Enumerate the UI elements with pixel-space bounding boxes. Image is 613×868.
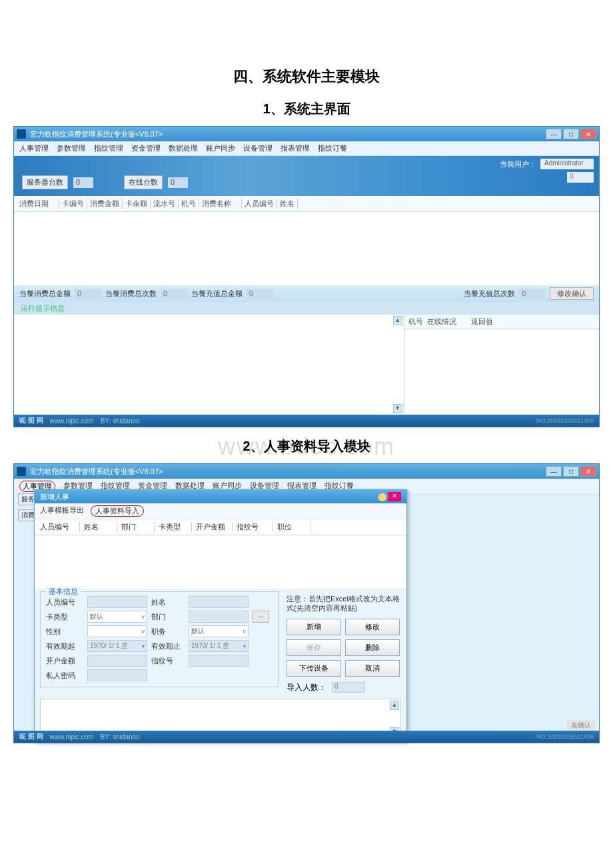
dialog-toolbar: 人事模板导出 人事资料导入 <box>35 503 406 519</box>
footer-logo: 昵 图 网 <box>19 416 43 425</box>
sum-label: 当餐消费总次数 <box>105 289 157 299</box>
heading-1: 四、系统软件主要模块 <box>13 67 600 87</box>
job-label: 职务 <box>151 627 185 637</box>
col: 部门 <box>121 522 155 532</box>
pwd-input[interactable] <box>87 669 147 681</box>
maximize-button[interactable]: □ <box>563 466 579 477</box>
gender-label: 性别 <box>46 627 83 637</box>
device-panel: 机号 在线情况 返回值 <box>404 315 599 415</box>
empno-label: 人员编号 <box>46 597 83 607</box>
menu-item[interactable]: 设备管理 <box>243 143 273 153</box>
heading-2a: 1、系统主界面 <box>13 100 600 118</box>
menu-item[interactable]: 数据处理 <box>169 143 198 153</box>
footer-author: BY: shidanoo <box>101 417 140 425</box>
gender-select[interactable] <box>87 625 147 637</box>
delete-button[interactable]: 删除 <box>345 639 400 656</box>
menu-item[interactable]: 资金管理 <box>131 143 161 153</box>
footer: 昵 图 网 www.nipic.com BY: shidanoo NO.2033… <box>14 731 599 743</box>
valid-from-label: 有效期起 <box>46 641 83 651</box>
sum-value: 0 <box>519 289 546 299</box>
valid-from-date[interactable]: 1970/ 1/ 1 星 <box>87 640 147 652</box>
pwd-label: 私人密码 <box>46 671 83 681</box>
valid-to-date[interactable]: 1970/ 1/ 1 星 <box>189 640 249 652</box>
footer-author: BY: shidanoo <box>101 733 140 741</box>
scroll-up-icon[interactable]: ▲ <box>390 701 399 710</box>
finger-label: 指纹号 <box>151 656 185 666</box>
close-button[interactable]: ✕ <box>580 129 596 139</box>
partial-confirm-button[interactable]: 改确认 <box>567 720 595 731</box>
minimize-button[interactable]: — <box>546 466 562 477</box>
menu-item[interactable]: 账户同步 <box>206 143 235 153</box>
col: 姓名 <box>280 199 298 209</box>
footer-id: NO.20333209911406 <box>536 417 594 424</box>
menu-item[interactable]: 人事管理 <box>19 143 49 153</box>
grid-header: 消费日期 卡编号 消费金额 卡余额 流水号 机号 消费名称 人员编号 姓名 <box>14 196 599 212</box>
amount-label: 开户金额 <box>46 656 83 666</box>
amount-input[interactable] <box>87 655 147 667</box>
name-input[interactable] <box>189 596 249 608</box>
scroll-up-icon[interactable]: ▲ <box>393 316 402 325</box>
online-count-label: 在线台数 <box>124 175 163 189</box>
sum-value: 0 <box>75 289 101 299</box>
col: 消费金额 <box>90 199 123 209</box>
cardtype-label: 卡类型 <box>46 612 83 622</box>
basic-info-fieldset: 基本信息 人员编号 姓名 卡类型 默认 部门 ... 性别 <box>40 591 279 687</box>
sum-label: 当餐消费总金额 <box>19 289 71 299</box>
footer-url: www.nipic.com <box>50 417 94 425</box>
cardtype-select[interactable]: 默认 <box>87 611 147 623</box>
sum-value: 0 <box>247 289 273 299</box>
close-button[interactable]: ✕ <box>580 466 596 477</box>
sum-value: 0 <box>161 289 187 299</box>
col: 在线情况 <box>427 317 467 327</box>
log-area: ▲ ▼ <box>14 315 404 415</box>
col: 返回值 <box>471 317 493 327</box>
maximize-button[interactable]: □ <box>563 129 579 139</box>
server-count-label: 服务器台数 <box>22 175 68 189</box>
edit-button[interactable]: 修改 <box>345 619 400 635</box>
cancel-button[interactable]: 取消 <box>345 660 400 677</box>
import-count-label: 导入人数： <box>287 682 326 693</box>
app-icon <box>17 467 26 476</box>
valid-to-label: 有效期止 <box>151 641 185 651</box>
dept-browse-button[interactable]: ... <box>253 611 269 623</box>
import-data-button[interactable]: 人事资料导入 <box>91 505 144 517</box>
upload-button[interactable]: 下传设备 <box>287 660 341 677</box>
col: 姓名 <box>84 522 117 532</box>
confirm-button[interactable]: 修改确认 <box>550 287 594 300</box>
empno-input[interactable] <box>87 596 147 608</box>
col: 卡类型 <box>159 522 192 532</box>
col: 消费名称 <box>202 199 242 209</box>
runtime-info-label: 运行提示信息 <box>14 302 599 315</box>
finger-input[interactable] <box>189 655 249 667</box>
col: 卡编号 <box>62 199 87 209</box>
footer: 昵 图 网 www.nipic.com BY: shidanoo NO.2033… <box>14 415 599 427</box>
summary-row: 当餐消费总金额 0 当餐消费总次数 0 当餐充值总金额 0 当餐充值总次数 0 … <box>14 285 599 302</box>
name-label: 姓名 <box>151 597 185 607</box>
col: 职位 <box>277 522 310 532</box>
sum-label: 当餐充值总次数 <box>464 289 515 299</box>
help-icon[interactable]: ⬤ <box>378 492 386 501</box>
dialog-close-button[interactable]: ✕ <box>388 492 401 501</box>
menu-item[interactable]: 参数管理 <box>57 143 86 153</box>
col: 卡余额 <box>125 199 151 209</box>
window-title: 宏力欧指纹消费管理系统(专业版<V8.07> <box>30 467 163 477</box>
add-button[interactable]: 新增 <box>287 619 341 635</box>
col: 机号 <box>181 199 199 209</box>
import-count-value: 0 <box>332 682 365 693</box>
dept-input[interactable] <box>189 611 249 623</box>
job-select[interactable]: 默认 <box>189 625 249 637</box>
col: 流水号 <box>153 199 179 209</box>
export-template-button[interactable]: 人事模板导出 <box>40 505 84 517</box>
heading-2b: 2、人事资料导入模块 <box>13 437 600 455</box>
import-notice: 注意：首先把Excel格式改为文本格式(先清空内容再粘贴) <box>287 594 400 613</box>
minimize-button[interactable]: — <box>546 129 562 139</box>
menu-item[interactable]: 指纹订餐 <box>318 143 347 153</box>
main-window-screenshot: 宏力欧指纹消费管理系统(专业版<V8.07> — □ ✕ 人事管理 参数管理 指… <box>13 126 600 427</box>
dept-label: 部门 <box>151 612 185 622</box>
grid-body <box>14 212 599 285</box>
menu-item[interactable]: 报表管理 <box>281 143 310 153</box>
scroll-down-icon[interactable]: ▼ <box>393 404 402 413</box>
menu-item[interactable]: 指纹管理 <box>94 143 123 153</box>
save-button[interactable]: 保存 <box>287 639 341 656</box>
titlebar: 宏力欧指纹消费管理系统(专业版<V8.07> — □ ✕ <box>14 464 599 479</box>
